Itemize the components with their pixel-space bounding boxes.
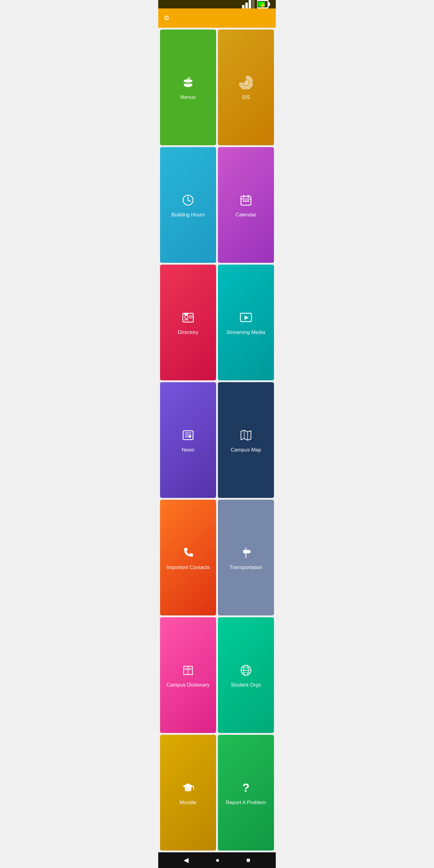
tile-campus-map[interactable]: Campus Map <box>218 382 274 498</box>
svg-text:?: ? <box>242 781 250 794</box>
nav-bar: ◀ ● ■ <box>158 852 276 868</box>
svg-text:⚡: ⚡ <box>259 1 267 9</box>
directory-label: Directory <box>178 330 198 336</box>
important-contacts-label: Important Contacts <box>166 564 210 570</box>
tile-moodle[interactable]: Moodle <box>160 735 216 850</box>
tile-streaming-media[interactable]: Streaming Media <box>218 265 274 380</box>
important-contacts-icon <box>181 546 195 561</box>
tile-calendar[interactable]: Calendar <box>218 147 274 263</box>
svg-rect-23 <box>184 313 188 315</box>
report-a-problem-icon: ? <box>239 781 253 797</box>
campus-dictionary-icon <box>181 664 195 679</box>
building-hours-icon <box>181 193 195 209</box>
svg-rect-18 <box>243 200 245 202</box>
back-button[interactable]: ◀ <box>184 856 189 864</box>
svg-rect-5 <box>269 2 270 6</box>
tile-directory[interactable]: Directory <box>160 265 216 380</box>
menus-label: Menus <box>180 94 195 100</box>
campus-dictionary-label: Campus Dictionary <box>166 682 210 688</box>
tile-building-hours[interactable]: Building Hours <box>160 147 216 263</box>
transportation-icon <box>239 546 253 561</box>
svg-point-22 <box>185 315 188 318</box>
svg-rect-32 <box>189 435 191 437</box>
tiles-grid: MenusSISBuilding HoursCalendarDirectoryS… <box>158 28 276 852</box>
menus-icon <box>181 76 195 91</box>
tile-student-orgs[interactable]: Student Orgs <box>218 617 274 733</box>
svg-point-9 <box>245 82 247 84</box>
building-hours-label: Building Hours <box>172 212 205 218</box>
settings-icon[interactable]: ⚙ <box>164 14 170 22</box>
streaming-media-label: Streaming Media <box>227 330 266 336</box>
report-a-problem-label: Report A Problem <box>226 800 266 806</box>
tile-menus[interactable]: Menus <box>160 30 216 145</box>
news-icon <box>181 429 195 444</box>
student-orgs-icon <box>239 664 253 679</box>
app-header: ⚙ <box>158 8 276 28</box>
news-label: News <box>182 447 195 453</box>
calendar-icon <box>239 193 253 209</box>
student-orgs-label: Student Orgs <box>231 682 261 688</box>
tile-campus-dictionary[interactable]: Campus Dictionary <box>160 617 216 733</box>
home-button[interactable]: ● <box>216 856 219 864</box>
status-bar: ⚡ <box>158 0 276 8</box>
moodle-label: Moodle <box>180 800 196 806</box>
tile-sis[interactable]: SIS <box>218 30 274 145</box>
svg-rect-20 <box>247 200 249 202</box>
svg-marker-27 <box>244 315 249 320</box>
svg-rect-19 <box>245 200 247 202</box>
transportation-label: Transportation <box>230 564 262 570</box>
tile-important-contacts[interactable]: Important Contacts <box>160 500 216 615</box>
directory-icon <box>181 311 195 327</box>
sis-label: SIS <box>242 94 250 100</box>
campus-map-label: Campus Map <box>230 447 261 453</box>
moodle-icon <box>181 781 195 797</box>
campus-map-icon <box>239 429 253 444</box>
svg-point-13 <box>187 199 189 201</box>
calendar-label: Calendar <box>236 212 256 218</box>
tile-transportation[interactable]: Transportation <box>218 500 274 615</box>
streaming-media-icon <box>239 311 253 327</box>
recent-button[interactable]: ■ <box>246 856 250 864</box>
sis-icon <box>239 76 253 91</box>
tile-news[interactable]: News <box>160 382 216 498</box>
tile-report-a-problem[interactable]: ?Report A Problem <box>218 735 274 850</box>
svg-point-8 <box>184 79 192 83</box>
